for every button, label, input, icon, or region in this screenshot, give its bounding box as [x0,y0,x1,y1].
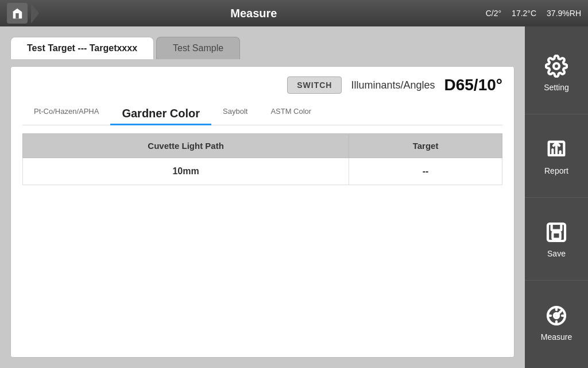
data-table: Cuvette Light Path Target 10mm -- [22,133,502,185]
col-target: Target [349,134,502,158]
sub-tabs: Pt-Co/Hazen/APHA Gardner Color Saybolt A… [22,102,502,125]
report-icon [543,136,570,163]
svg-rect-7 [552,232,560,239]
subtab-pt-co[interactable]: Pt-Co/Hazen/APHA [22,102,110,125]
tab-test-sample[interactable]: Test Sample [156,37,240,59]
tab-test-target[interactable]: Test Target --- Targetxxxx [10,37,154,59]
temperature-status: 17.2°C [512,9,536,18]
humidity-status: 37.9%RH [547,9,581,18]
subtab-astm[interactable]: ASTM Color [259,102,323,125]
status-bar: C/2° 17.2°C 37.9%RH [486,9,581,18]
cell-lightpath: 10mm [23,158,349,185]
main-area: Test Target --- Targetxxxx Test Sample S… [0,26,588,368]
page-title: Measure [45,7,463,20]
subtab-saybolt[interactable]: Saybolt [211,102,259,125]
measure-icon [543,302,570,329]
angle-status: C/2° [486,9,501,18]
svg-rect-6 [552,224,562,231]
setting-icon [543,53,570,79]
svg-line-14 [556,311,561,316]
switch-button[interactable]: SWITCH [287,76,342,94]
col-cuvette: Cuvette Light Path [23,134,349,158]
sidebar-save-label: Save [547,249,566,258]
tab-bar: Test Target --- Targetxxxx Test Sample [10,37,514,59]
illuminants-value: D65/10° [444,76,503,94]
home-icon [11,7,24,20]
sidebar-item-measure[interactable]: Measure [525,281,588,363]
illuminants-row: SWITCH Illuminants/Angles D65/10° [22,76,502,94]
cell-target-value: -- [349,158,502,185]
save-icon [543,219,570,246]
breadcrumb-chevron [31,3,39,24]
svg-point-0 [554,63,559,69]
sidebar-setting-label: Setting [544,83,569,92]
right-sidebar: Setting Report [525,26,588,368]
table-header-row: Cuvette Light Path Target [23,134,502,158]
table-row: 10mm -- [23,158,502,185]
sidebar-item-report[interactable]: Report [525,114,588,198]
subtab-gardner[interactable]: Gardner Color [110,102,211,125]
top-bar: Measure C/2° 17.2°C 37.9%RH [0,0,588,26]
content-card: SWITCH Illuminants/Angles D65/10° Pt-Co/… [10,66,514,358]
illuminants-label: Illuminants/Angles [351,79,435,91]
sidebar-item-save[interactable]: Save [525,198,588,281]
sidebar-item-setting[interactable]: Setting [525,31,588,114]
sidebar-report-label: Report [544,166,568,175]
left-panel: Test Target --- Targetxxxx Test Sample S… [0,26,525,368]
home-button[interactable] [7,3,28,24]
sidebar-measure-label: Measure [541,332,572,342]
